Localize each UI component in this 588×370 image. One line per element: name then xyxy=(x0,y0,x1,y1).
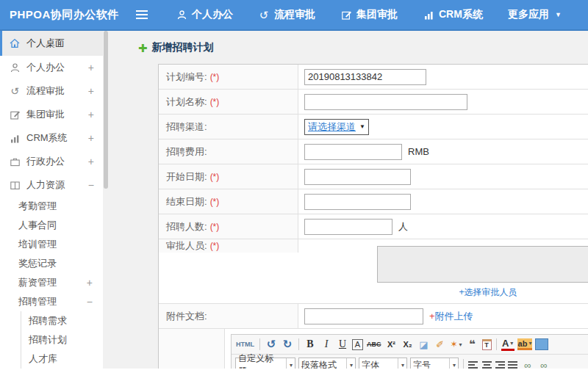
eraser-icon[interactable]: ◪ xyxy=(417,337,431,352)
paste-as-text-icon[interactable]: T xyxy=(482,339,492,350)
sidebar-item-hr[interactable]: 人力资源 − xyxy=(0,173,103,197)
headcount-input[interactable] xyxy=(304,219,392,235)
nav-workflow-approval[interactable]: ↺ 流程审批 xyxy=(258,8,315,21)
required-mark: (*) xyxy=(210,72,220,82)
font-size-select[interactable]: 字号▾ xyxy=(410,358,459,369)
blockquote-icon[interactable]: ❝ xyxy=(466,337,479,352)
attachment-input[interactable] xyxy=(304,308,423,324)
strikethrough-button[interactable]: ABC xyxy=(366,337,382,352)
select-approvers-link[interactable]: +选择审批人员 xyxy=(459,286,517,299)
image-icon[interactable] xyxy=(535,338,548,350)
font-family-select[interactable]: 字体▾ xyxy=(359,358,407,369)
plan-no-input[interactable] xyxy=(304,69,426,85)
caret-down-icon: ▾ xyxy=(510,340,513,347)
bold-button[interactable]: B xyxy=(304,337,317,352)
nav-more-apps[interactable]: 更多应用 ▼ xyxy=(508,8,562,21)
sidebar-item-training[interactable]: 培训管理 xyxy=(0,235,103,254)
sidebar-item-hr-contract[interactable]: 人事合同 xyxy=(0,216,103,235)
sidebar-item-recruit-demand[interactable]: 招聘需求 xyxy=(21,311,103,330)
align-center-icon[interactable] xyxy=(481,361,492,369)
end-date-input[interactable] xyxy=(304,194,411,210)
nav-group-approval[interactable]: 集团审批 xyxy=(340,8,398,21)
sidebar-item-workflow-approval[interactable]: ↺ 流程审批 + xyxy=(0,79,103,103)
channel-select[interactable]: 请选择渠道 ▼ xyxy=(304,119,369,135)
briefcase-icon xyxy=(9,156,21,167)
paragraph-format-select[interactable]: 段落格式▾ xyxy=(298,358,356,369)
font-style-button[interactable]: A xyxy=(352,339,363,350)
required-mark: (*) xyxy=(210,222,220,232)
sidebar-item-label: CRM系统 xyxy=(26,131,88,145)
source-code-button[interactable]: HTML xyxy=(235,337,255,352)
highlight-color-button[interactable]: ab▾ xyxy=(517,338,533,350)
heading-select[interactable]: 自定义标题▾ xyxy=(235,358,295,369)
plus-icon: + xyxy=(429,311,435,322)
sidebar-item-admin-office[interactable]: 行政办公 + xyxy=(0,150,103,173)
sidebar-item-crm[interactable]: CRM系统 + xyxy=(0,126,103,150)
person-icon xyxy=(176,9,187,21)
sidebar-item-label: 个人桌面 xyxy=(26,37,94,50)
expand-plus-icon[interactable]: + xyxy=(88,85,94,97)
flow-icon: ↺ xyxy=(9,85,21,97)
hamburger-menu-icon[interactable] xyxy=(136,10,148,19)
select-value: 段落格式 xyxy=(301,359,337,369)
sidebar-item-personal-office[interactable]: 个人办公 + xyxy=(0,56,103,79)
sidebar-item-label: 行政办公 xyxy=(26,155,88,168)
field-label: 结束日期: xyxy=(166,195,207,208)
sidebar-item-recruit-mgmt[interactable]: 招聘管理 − xyxy=(0,292,103,311)
redo-icon[interactable]: ↻ xyxy=(281,337,294,352)
brush-icon[interactable]: ✐ xyxy=(434,337,447,352)
sidebar-item-group-approval[interactable]: 集团审批 + xyxy=(0,103,103,126)
form-row-cost: 招聘费用: RMB xyxy=(159,139,588,164)
field-label: 计划编号: xyxy=(166,70,207,84)
caret-down-icon: ▼ xyxy=(359,123,365,130)
expand-plus-icon[interactable]: + xyxy=(88,62,94,73)
align-justify-icon[interactable] xyxy=(508,361,518,369)
sidebar-item-label: 招聘计划 xyxy=(29,333,67,347)
plan-name-input[interactable] xyxy=(304,94,467,110)
caret-down-icon: ▾ xyxy=(459,341,462,348)
sidebar-item-attendance[interactable]: 考勤管理 xyxy=(0,197,103,216)
caret-down-icon: ▾ xyxy=(286,358,293,369)
sidebar-item-desktop[interactable]: 个人桌面 xyxy=(0,31,103,56)
sidebar-item-recruit-plan[interactable]: 招聘计划 xyxy=(21,330,103,349)
collapse-minus-icon[interactable]: − xyxy=(88,179,94,191)
cost-input[interactable] xyxy=(304,144,402,160)
superscript-button[interactable]: X² xyxy=(385,337,398,352)
unit-label: RMB xyxy=(408,146,429,157)
sidebar-item-rewards[interactable]: 奖惩记录 xyxy=(0,254,103,273)
nav-label: 集团审批 xyxy=(356,8,398,21)
channel-select-value: 请选择渠道 xyxy=(308,120,356,134)
expand-plus-icon[interactable]: + xyxy=(88,132,94,144)
align-right-icon[interactable] xyxy=(495,361,505,369)
approvers-textarea[interactable] xyxy=(377,246,588,283)
scrollbar-thumb[interactable] xyxy=(104,31,108,189)
field-label: 招聘费用: xyxy=(166,145,207,159)
align-left-icon[interactable] xyxy=(468,361,478,369)
attachment-upload-link[interactable]: +附件上传 xyxy=(429,310,473,323)
expand-plus-icon[interactable]: + xyxy=(88,109,94,120)
format-paint-icon[interactable]: ✶▾ xyxy=(450,337,463,352)
nav-crm[interactable]: CRM系统 xyxy=(423,8,483,21)
italic-button[interactable]: I xyxy=(320,337,333,352)
remove-link-icon[interactable]: ∞ xyxy=(537,358,551,369)
form-row-start-date: 开始日期:(*) xyxy=(159,164,588,189)
sidebar-scrollbar[interactable] xyxy=(103,31,109,369)
undo-icon[interactable]: ↺ xyxy=(265,337,278,352)
sidebar-item-label: 考勤管理 xyxy=(18,200,57,213)
chart-icon xyxy=(9,132,21,144)
select-value: 自定义标题 xyxy=(238,352,282,369)
underline-button[interactable]: U xyxy=(336,337,349,352)
sidebar-item-talent-pool[interactable]: 人才库 xyxy=(21,349,103,369)
chart-icon xyxy=(423,9,434,21)
main-content: ✚ 新增招聘计划 计划编号:(*) 计划名称:(*) 招聘渠道: 请选择渠道 ▼ xyxy=(109,31,588,369)
expand-plus-icon[interactable]: + xyxy=(87,277,93,289)
insert-link-icon[interactable]: ∞ xyxy=(521,358,534,369)
sidebar-item-label: 人力资源 xyxy=(26,178,88,192)
sidebar-item-salary[interactable]: 薪资管理 + xyxy=(0,273,103,292)
nav-personal-office[interactable]: 个人办公 xyxy=(176,8,233,21)
font-color-button[interactable]: A▾ xyxy=(501,338,514,351)
subscript-button[interactable]: X₂ xyxy=(401,337,415,352)
expand-plus-icon[interactable]: + xyxy=(88,156,94,167)
start-date-input[interactable] xyxy=(304,169,411,185)
collapse-minus-icon[interactable]: − xyxy=(87,296,93,308)
